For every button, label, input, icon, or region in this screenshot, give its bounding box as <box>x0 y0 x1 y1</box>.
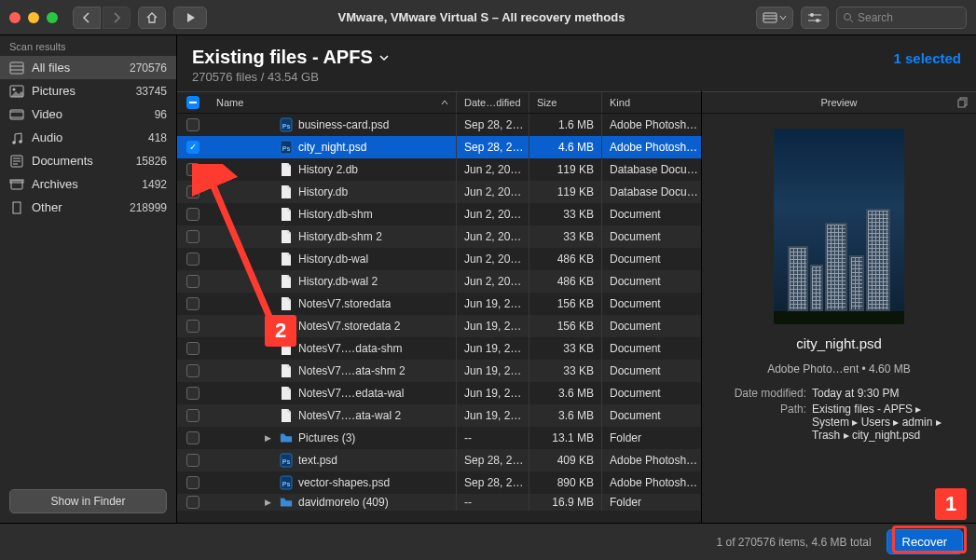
row-checkbox[interactable] <box>186 387 199 400</box>
column-name[interactable]: Name <box>209 92 457 113</box>
table-row[interactable]: History.db-walJun 2, 20…486 KBDocument <box>177 248 701 270</box>
table-row[interactable]: NotesV7.…ata-shm 2Jun 19, 2…33 KBDocumen… <box>177 360 701 382</box>
table-row[interactable]: NotesV7.…edata-walJun 19, 2…3.6 MBDocume… <box>177 382 701 404</box>
row-checkbox[interactable] <box>186 185 199 198</box>
row-checkbox[interactable] <box>186 297 199 310</box>
file-date: Sep 28, 2… <box>457 114 529 136</box>
back-button[interactable] <box>73 7 101 29</box>
sidebar-item-other[interactable]: Other218999 <box>0 196 176 219</box>
row-checkbox[interactable] <box>186 476 199 489</box>
row-checkbox[interactable] <box>186 364 199 377</box>
search-box[interactable]: Search <box>836 7 967 29</box>
close-window-button[interactable] <box>9 12 21 23</box>
table-body[interactable]: Psbusiness-card.psdSep 28, 2…1.6 MBAdobe… <box>177 114 701 523</box>
forward-button[interactable] <box>103 7 131 29</box>
arc-icon <box>9 178 24 191</box>
row-checkbox[interactable] <box>186 230 199 243</box>
file-icon <box>280 274 293 289</box>
file-date: Sep 28, 2… <box>457 471 529 494</box>
table-row[interactable]: NotesV7.storedataJun 19, 2…156 KBDocumen… <box>177 293 701 315</box>
copy-icon[interactable] <box>957 97 969 108</box>
folder-icon <box>280 495 293 510</box>
sidebar-item-count: 270576 <box>130 61 167 75</box>
row-checkbox[interactable] <box>186 496 199 509</box>
selected-count[interactable]: 1 selected <box>893 50 961 66</box>
sidebar-item-pictures[interactable]: Pictures33745 <box>0 79 176 102</box>
column-size[interactable]: Size <box>529 92 602 113</box>
disclosure-icon[interactable]: ▶ <box>265 433 274 443</box>
file-icon <box>280 296 293 311</box>
content-area: Existing files - APFS 270576 files / 43.… <box>177 35 976 523</box>
settings-button[interactable] <box>801 7 829 29</box>
table-row[interactable]: History.dbJun 2, 20…119 KBDatabase Docu… <box>177 181 701 203</box>
psd-icon: Ps <box>280 117 293 132</box>
file-date: -- <box>457 427 529 449</box>
row-checkbox[interactable] <box>186 275 199 288</box>
file-size: 486 KB <box>529 248 602 270</box>
sidebar-item-label: Audio <box>32 130 141 144</box>
row-checkbox[interactable] <box>186 118 199 131</box>
sidebar-item-count: 1492 <box>142 178 167 191</box>
row-checkbox[interactable] <box>186 431 199 444</box>
file-name: Pictures (3) <box>298 431 355 444</box>
row-checkbox[interactable] <box>186 208 199 221</box>
show-in-finder-button[interactable]: Show in Finder <box>9 489 167 513</box>
folder-icon <box>280 430 293 445</box>
table-row[interactable]: NotesV7.…data-shmJun 19, 2…33 KBDocument <box>177 337 701 360</box>
sidebar-item-archives[interactable]: Archives1492 <box>0 172 176 196</box>
file-kind: Document <box>602 337 701 360</box>
maximize-window-button[interactable] <box>47 12 58 23</box>
sidebar-item-video[interactable]: Video96 <box>0 102 176 126</box>
table-row[interactable]: Pscity_night.psdSep 28, 2…4.6 MBAdobe Ph… <box>177 136 701 158</box>
content-title-text: Existing files - APFS <box>192 47 373 68</box>
sidebar-item-audio[interactable]: Audio418 <box>0 126 176 149</box>
file-date: Jun 19, 2… <box>457 360 529 382</box>
row-checkbox[interactable] <box>186 454 199 467</box>
header-checkbox[interactable] <box>186 96 199 109</box>
table-row[interactable]: ▶davidmorelo (409)--16.9 MBFolder <box>177 494 701 511</box>
file-icon <box>280 386 293 401</box>
home-button[interactable] <box>138 7 166 29</box>
table-row[interactable]: History.db-shmJun 2, 20…33 KBDocument <box>177 203 701 225</box>
file-name: History.db-wal 2 <box>298 275 378 288</box>
table-row[interactable]: History.db-shm 2Jun 2, 20…33 KBDocument <box>177 225 701 248</box>
svg-rect-23 <box>11 181 22 189</box>
view-options-button[interactable] <box>756 7 793 29</box>
aud-icon <box>9 131 24 144</box>
table-header: Name Date…dified Size Kind <box>177 91 701 114</box>
column-kind[interactable]: Kind <box>602 92 701 113</box>
file-size: 13.1 MB <box>529 427 602 449</box>
table-row[interactable]: ▶Pictures (3)--13.1 MBFolder <box>177 427 701 449</box>
row-checkbox[interactable] <box>186 253 199 266</box>
svg-point-4 <box>810 13 814 17</box>
file-name: History.db <box>298 185 348 198</box>
table-row[interactable]: Psvector-shapes.psdSep 28, 2…890 KBAdobe… <box>177 471 701 494</box>
table-row[interactable]: NotesV7.storedata 2Jun 19, 2…156 KBDocum… <box>177 315 701 337</box>
row-checkbox[interactable] <box>186 342 199 355</box>
column-date[interactable]: Date…dified <box>457 92 529 113</box>
table-row[interactable]: NotesV7.…ata-wal 2Jun 19, 2…3.6 MBDocume… <box>177 404 701 427</box>
row-checkbox[interactable] <box>186 141 199 154</box>
row-checkbox[interactable] <box>186 320 199 333</box>
table-row[interactable]: History.db-wal 2Jun 2, 20…486 KBDocument <box>177 270 701 293</box>
table-row[interactable]: History 2.dbJun 2, 20…119 KBDatabase Doc… <box>177 158 701 181</box>
file-size: 4.6 MB <box>529 136 602 158</box>
row-checkbox[interactable] <box>186 409 199 422</box>
sidebar-item-label: Video <box>32 107 147 121</box>
play-button[interactable] <box>173 7 207 29</box>
file-kind: Document <box>602 360 701 382</box>
row-checkbox[interactable] <box>186 163 199 176</box>
file-name: NotesV7.…edata-wal <box>298 387 404 400</box>
content-title[interactable]: Existing files - APFS <box>192 47 390 68</box>
file-size: 33 KB <box>529 360 602 382</box>
sidebar-item-label: Documents <box>32 154 129 168</box>
svg-point-7 <box>845 13 851 20</box>
table-row[interactable]: Psbusiness-card.psdSep 28, 2…1.6 MBAdobe… <box>177 114 701 136</box>
sidebar-item-documents[interactable]: Documents15826 <box>0 149 176 172</box>
recover-button[interactable]: Recover <box>887 529 963 554</box>
disclosure-icon[interactable]: ▶ <box>265 498 274 507</box>
minimize-window-button[interactable] <box>28 12 39 23</box>
sidebar-item-all-files[interactable]: All files270576 <box>0 56 176 79</box>
table-row[interactable]: Pstext.psdSep 28, 2…409 KBAdobe Photosh… <box>177 449 701 471</box>
vid-icon <box>9 108 24 121</box>
